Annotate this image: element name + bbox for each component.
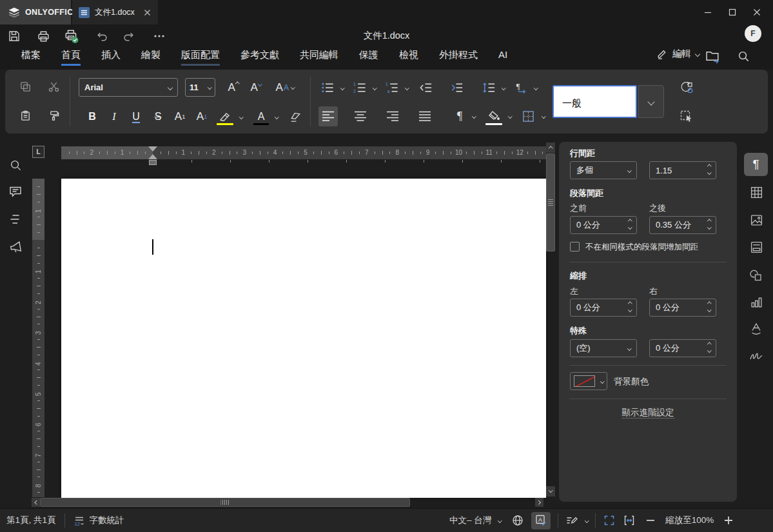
print-button[interactable] — [35, 28, 51, 44]
edit-mode-selector[interactable]: 編輯 — [656, 48, 700, 60]
spinner-arrows[interactable] — [629, 302, 632, 311]
horizontal-scrollbar-thumb[interactable] — [40, 498, 410, 507]
tab-insert[interactable]: 插入 — [101, 46, 121, 66]
paragraph-direction-button[interactable]: ¶ — [512, 79, 530, 97]
italic-button[interactable]: I — [106, 107, 122, 126]
fit-page-button[interactable] — [603, 514, 616, 527]
font-size-combo[interactable]: 11 — [185, 78, 215, 97]
numbered-list-button[interactable]: 1 2 — [351, 79, 369, 97]
multilevel-list-arrow[interactable] — [402, 79, 412, 97]
app-logo[interactable]: ONLYOFFICE — [0, 0, 71, 25]
maximize-button[interactable] — [720, 3, 745, 22]
signature-settings-icon[interactable] — [749, 348, 764, 364]
subscript-button[interactable]: A1 — [192, 107, 211, 126]
search-button[interactable] — [738, 50, 750, 63]
highlight-color-button[interactable] — [215, 107, 235, 126]
highlight-color-arrow[interactable] — [237, 107, 246, 126]
zoom-level-button[interactable]: 縮放至100% — [665, 515, 714, 526]
left-indent-marker[interactable] — [149, 160, 157, 165]
special-indent-spinner[interactable]: 0 公分 — [649, 339, 716, 357]
page-indicator[interactable]: 第1頁, 共1頁 — [6, 515, 56, 526]
superscript-button[interactable]: A1 — [170, 107, 190, 126]
more-actions-button[interactable] — [152, 28, 167, 44]
document-tab[interactable]: 文件1.docx — [72, 0, 158, 25]
copy-button[interactable] — [17, 78, 34, 95]
show-paragraph-marks-button[interactable]: ¶ — [451, 106, 468, 126]
select-all-button[interactable] — [678, 108, 695, 125]
decrease-indent-button[interactable] — [416, 79, 435, 97]
table-settings-icon[interactable] — [749, 184, 764, 200]
spacing-after-spinner[interactable]: 0.35 公分 — [649, 216, 716, 234]
scroll-left-button[interactable] — [32, 498, 40, 507]
scroll-up-button[interactable] — [546, 143, 555, 153]
increase-font-size-button[interactable]: A — [224, 78, 243, 97]
font-color-button[interactable]: A — [251, 107, 271, 126]
quick-print-button[interactable] — [64, 28, 79, 44]
document-page[interactable] — [61, 179, 546, 498]
textart-settings-icon[interactable] — [749, 321, 764, 337]
format-painter-button[interactable] — [45, 107, 62, 124]
borders-button[interactable] — [518, 106, 538, 126]
paragraph-marks-arrow[interactable] — [469, 106, 479, 126]
tab-plugins[interactable]: 外掛程式 — [439, 46, 478, 66]
borders-arrow[interactable] — [539, 106, 549, 126]
cut-button[interactable] — [45, 78, 62, 95]
special-indent-dropdown[interactable]: (空) — [570, 339, 637, 357]
tab-draw[interactable]: 繪製 — [141, 46, 161, 66]
tab-collaboration[interactable]: 共同編輯 — [300, 46, 338, 66]
indent-left-spinner[interactable]: 0 公分 — [570, 299, 637, 317]
underline-button[interactable]: U — [128, 107, 144, 126]
comments-panel-button[interactable] — [9, 185, 22, 198]
show-advanced-settings-link[interactable]: 顯示進階設定 — [559, 407, 737, 419]
tab-references[interactable]: 參考文獻 — [240, 46, 279, 66]
scroll-right-button[interactable] — [535, 498, 543, 507]
chart-settings-icon[interactable] — [749, 294, 764, 310]
replace-style-button[interactable] — [678, 79, 695, 96]
style-gallery-selected[interactable]: 一般 — [553, 85, 637, 118]
spinner-arrows[interactable] — [708, 302, 711, 311]
paste-button[interactable] — [17, 107, 34, 124]
increase-indent-button[interactable] — [447, 79, 465, 97]
bullet-list-button[interactable] — [318, 79, 337, 97]
spinner-arrows[interactable] — [629, 220, 632, 228]
image-settings-icon[interactable] — [749, 212, 764, 228]
multilevel-list-button[interactable]: 1 a — [383, 79, 401, 97]
shading-arrow[interactable] — [505, 106, 515, 126]
spinner-arrows[interactable] — [708, 343, 711, 351]
fit-width-button[interactable] — [623, 514, 636, 527]
strikethrough-button[interactable]: S — [150, 107, 166, 126]
tab-stop-selector[interactable]: L — [32, 146, 44, 158]
navigation-panel-button[interactable] — [9, 213, 22, 226]
line-spacing-button[interactable] — [480, 79, 498, 97]
change-case-button[interactable]: AA — [270, 78, 300, 97]
numbered-list-arrow[interactable] — [370, 79, 380, 97]
font-name-combo[interactable]: Arial — [79, 78, 178, 97]
indent-right-spinner[interactable]: 0 公分 — [649, 299, 716, 317]
tab-home[interactable]: 首頁 — [61, 46, 81, 66]
decrease-font-size-button[interactable]: A — [246, 78, 266, 97]
line-spacing-arrow[interactable] — [499, 79, 509, 97]
font-color-arrow[interactable] — [272, 107, 282, 126]
save-button[interactable] — [6, 28, 22, 44]
background-color-button[interactable] — [570, 372, 607, 390]
clear-formatting-button[interactable] — [286, 107, 304, 126]
tab-ai[interactable]: AI — [498, 46, 507, 66]
spacing-before-spinner[interactable]: 0 公分 — [570, 216, 637, 234]
feedback-button[interactable] — [9, 241, 22, 253]
tab-layout[interactable]: 版面配置 — [181, 46, 220, 66]
minimize-button[interactable] — [696, 3, 720, 22]
zoom-in-button[interactable] — [723, 515, 734, 526]
no-space-between-same-style-checkbox[interactable] — [570, 242, 580, 251]
spinner-arrows[interactable] — [708, 165, 711, 173]
line-spacing-value-spinner[interactable]: 1.15 — [649, 161, 716, 179]
tab-protection[interactable]: 保護 — [359, 46, 378, 66]
justify-button[interactable] — [415, 106, 435, 126]
scroll-down-button[interactable] — [546, 486, 555, 497]
track-changes-icon[interactable] — [565, 515, 578, 527]
close-window-button[interactable] — [745, 3, 769, 22]
shading-button[interactable] — [484, 106, 504, 126]
first-line-indent-marker[interactable] — [148, 146, 157, 152]
spinner-arrows[interactable] — [708, 220, 711, 228]
hanging-indent-marker[interactable] — [148, 154, 157, 159]
v-ruler[interactable]: 112345678 — [32, 179, 44, 497]
